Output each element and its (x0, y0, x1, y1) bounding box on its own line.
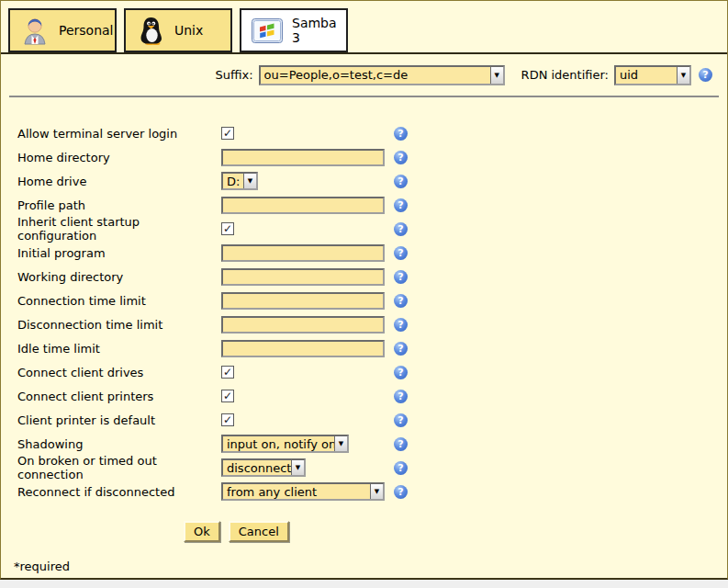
field-label: Disconnection time limit (17, 318, 221, 332)
field-control (221, 197, 394, 214)
cancel-button[interactable]: Cancel (229, 521, 289, 542)
profile-path-input[interactable] (221, 197, 385, 214)
connect-client-drives-checkbox[interactable]: ✓ (221, 366, 234, 379)
field-label: Connection time limit (17, 294, 221, 308)
field-control (221, 316, 394, 334)
form-row: Allow terminal server login ✓ ? (17, 121, 727, 145)
field-control: ✓ (221, 127, 394, 140)
help-icon[interactable]: ? (394, 342, 408, 356)
inherit-client-startup-configuration-checkbox[interactable]: ✓ (221, 222, 234, 235)
help-icon[interactable]: ? (394, 175, 408, 188)
required-note: *required (14, 560, 70, 573)
chevron-down-icon[interactable]: ▼ (490, 67, 503, 84)
field-control (221, 244, 394, 262)
form-row: Connect client drives ✓ ? (17, 360, 727, 384)
help-icon[interactable]: ? (394, 270, 408, 284)
allow-terminal-server-login-checkbox[interactable]: ✓ (221, 127, 234, 140)
form-row: On broken or timed out connection discon… (17, 456, 727, 480)
field-control: ✓ (221, 366, 394, 379)
idle-time-limit-input[interactable] (221, 340, 385, 357)
chevron-down-icon[interactable]: ▼ (243, 174, 256, 188)
shadowing-select-value: input on, notify on (223, 436, 334, 451)
form-row: Disconnection time limit ? (17, 312, 727, 336)
field-label: Connect client drives (17, 366, 221, 379)
help-icon[interactable]: ? (394, 294, 408, 308)
tab-personal-label: Personal (59, 23, 114, 38)
help-icon[interactable]: ? (394, 318, 408, 332)
help-icon[interactable]: ? (394, 198, 408, 212)
home-drive-select-value: D: (223, 174, 243, 188)
rdn-identifier-label: RDN identifier: (521, 68, 609, 82)
help-icon[interactable]: ? (394, 390, 408, 403)
form-row: Idle time limit ? (17, 336, 727, 360)
form-row: Shadowing input on, notify on▼ ? (17, 432, 727, 456)
field-control: input on, notify on▼ (221, 435, 394, 453)
shadowing-select[interactable]: input on, notify on▼ (221, 435, 349, 453)
chevron-down-icon[interactable]: ▼ (291, 460, 304, 475)
help-icon[interactable]: ? (394, 413, 408, 427)
form-row: Profile path ? (17, 193, 727, 217)
help-icon[interactable]: ? (394, 437, 408, 451)
field-label: Working directory (17, 270, 221, 284)
help-icon[interactable]: ? (394, 461, 408, 475)
home-drive-select[interactable]: D:▼ (221, 172, 258, 190)
field-label: Initial program (17, 246, 221, 260)
field-label: Client printer is default (17, 413, 221, 427)
field-control (221, 268, 394, 286)
chevron-down-icon[interactable]: ▼ (677, 67, 689, 84)
suffix-toolbar: Suffix: ou=People,o=test,c=de ▼ RDN iden… (1, 54, 727, 96)
tab-personal[interactable]: Personal (8, 8, 117, 52)
form-row: Working directory ? (17, 265, 727, 288)
help-icon[interactable]: ? (394, 246, 408, 260)
help-icon[interactable]: ? (394, 485, 408, 499)
chevron-down-icon[interactable]: ▼ (334, 436, 347, 451)
tab-samba3[interactable]: Samba 3 (240, 8, 348, 52)
reconnect-if-disconnected-select-value: from any client (223, 484, 370, 499)
field-label: Home directory (17, 151, 221, 164)
help-icon[interactable]: ? (394, 127, 408, 141)
disconnection-time-limit-input[interactable] (221, 316, 385, 334)
form-row: Connection time limit ? (17, 288, 727, 312)
connection-time-limit-input[interactable] (221, 292, 385, 310)
suffix-select[interactable]: ou=People,o=test,c=de ▼ (259, 65, 505, 85)
help-icon[interactable]: ? (394, 151, 408, 164)
horizontal-rule (9, 96, 719, 97)
form-row: Connect client printers ✓ ? (17, 384, 727, 408)
help-icon[interactable]: ? (699, 68, 712, 82)
field-label: Reconnect if disconnected (17, 485, 221, 499)
form-row: Home directory ? (17, 145, 727, 169)
help-icon[interactable]: ? (394, 222, 408, 236)
reconnect-if-disconnected-select[interactable]: from any client▼ (221, 482, 385, 501)
tab-unix[interactable]: Unix (124, 8, 232, 52)
rdn-identifier-select[interactable]: uid ▼ (614, 65, 691, 85)
ok-button[interactable]: Ok (184, 521, 220, 542)
client-printer-is-default-checkbox[interactable]: ✓ (221, 413, 234, 426)
field-control (221, 292, 394, 310)
initial-program-input[interactable] (221, 244, 385, 262)
chevron-down-icon[interactable]: ▼ (370, 484, 383, 499)
tux-icon (136, 16, 165, 45)
form-row: Home drive D:▼ ? (17, 169, 727, 193)
tab-samba3-label: Samba 3 (292, 16, 346, 45)
tab-bar: Personal Unix Samba 3 (8, 8, 348, 52)
field-label: Inherit client startup configuration (17, 215, 221, 243)
on-broken-or-timed-out-connection-select[interactable]: disconnect▼ (221, 458, 306, 477)
help-icon[interactable]: ? (394, 366, 408, 379)
person-icon (20, 16, 50, 45)
field-control: disconnect▼ (221, 458, 394, 477)
form-row: Client printer is default ✓ ? (17, 408, 727, 432)
form-row: Reconnect if disconnected from any clien… (17, 480, 727, 503)
field-control: ✓ (221, 413, 394, 426)
connect-client-printers-checkbox[interactable]: ✓ (221, 390, 234, 402)
working-directory-input[interactable] (221, 268, 385, 286)
field-label: Connect client printers (17, 390, 221, 403)
home-directory-input[interactable] (221, 149, 385, 166)
field-control (221, 340, 394, 357)
on-broken-or-timed-out-connection-select-value: disconnect (223, 460, 291, 475)
field-label: Idle time limit (17, 342, 221, 356)
tab-unix-label: Unix (174, 23, 203, 38)
field-control: ✓ (221, 222, 394, 235)
field-label: Profile path (17, 198, 221, 212)
form-rows: Allow terminal server login ✓ ? Home dir… (17, 121, 727, 503)
form-row: Initial program ? (17, 241, 727, 265)
